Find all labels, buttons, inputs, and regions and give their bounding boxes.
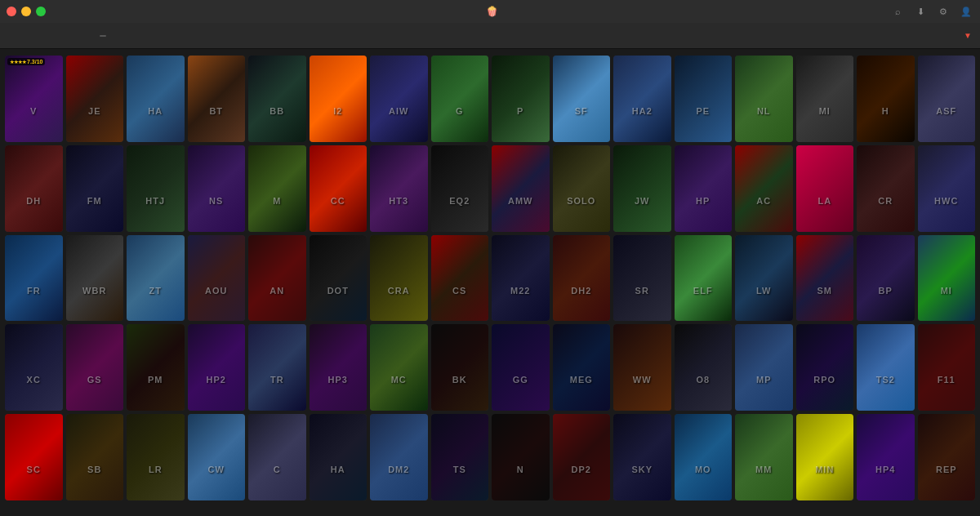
movie-card[interactable]: DOTDen of Thieves2018: [310, 235, 368, 322]
nav-all-badge[interactable]: [100, 35, 106, 37]
movie-card[interactable]: BBBird Box2018: [248, 56, 306, 142]
movie-card[interactable]: O8Ocean's Eight2018: [675, 324, 733, 411]
movie-card[interactable]: CRACrazy Rich Asians2018: [370, 235, 428, 322]
movie-card[interactable]: MPMary Poppins2018: [735, 324, 793, 411]
movie-poster: F11: [918, 324, 976, 411]
movie-card[interactable]: PThe Predator2018: [492, 56, 550, 142]
movie-card[interactable]: GHow the Grinch Stol...2000: [431, 56, 489, 142]
movie-card[interactable]: CWCloudy with a Chan...2013: [188, 414, 246, 500]
movie-card[interactable]: SCThe Santa Clause1994: [5, 414, 63, 500]
movie-card[interactable]: MMowgli: Legend of t...2018: [248, 145, 306, 232]
movie-card[interactable]: MIMission: Impossible...2018: [796, 56, 854, 142]
rating-badge: ★★★★ 7.3/10: [7, 58, 45, 65]
movie-card[interactable]: REPReprisal2018: [918, 414, 976, 500]
nav-series[interactable]: [8, 33, 24, 39]
minimize-button[interactable]: [21, 7, 31, 16]
movie-card[interactable]: NThe Nun2018: [492, 414, 550, 500]
movie-card[interactable]: MEGThe Meg2018: [553, 324, 611, 411]
movie-card[interactable]: DM2Despicable Me 22013: [370, 414, 428, 500]
movies-grid-container[interactable]: V★★★★ 7.3/10Venom2018JEJohnny English St…: [0, 49, 980, 516]
movie-card[interactable]: DH2Die Hard 21990: [553, 235, 611, 322]
movie-card[interactable]: MIMonsters, Inc.2001: [918, 235, 976, 322]
movie-card[interactable]: EQ2The Equalizer 22018: [431, 145, 489, 232]
movie-card[interactable]: HWCThe House with a Cl...2018: [918, 145, 976, 232]
movie-card[interactable]: FRFrozen2013: [5, 235, 63, 322]
movie-card[interactable]: RPOReady Player One2018: [796, 324, 854, 411]
nav-indie[interactable]: [44, 33, 60, 39]
nav-genre[interactable]: [80, 33, 96, 39]
movie-card[interactable]: SFSmallfoot2018: [553, 56, 611, 142]
movie-card[interactable]: HT3Hotel Transylvania 3...2018: [370, 145, 428, 232]
movie-card[interactable]: HA2Home Alone 2: Lost...1992: [613, 56, 671, 142]
movie-card[interactable]: BKBlacKkKlansman2018: [431, 324, 489, 411]
movie-card[interactable]: HP3Harry Potter and th...2009: [310, 324, 368, 411]
movie-card[interactable]: GSThe Greatest Show...2017: [66, 324, 124, 411]
user-icon[interactable]: 👤: [960, 6, 972, 17]
movie-card[interactable]: PEThe Polar Express2004: [675, 56, 733, 142]
movie-card[interactable]: XCA Christmas Carol2009: [5, 324, 63, 411]
movie-card[interactable]: AIWAvengers: Infinity W...2018: [370, 56, 428, 142]
movie-card[interactable]: PMPeppermint2018: [127, 324, 185, 411]
movie-card[interactable]: ASFA Simple Favor2018: [918, 56, 976, 142]
movie-card[interactable]: MCThe Muppet Christ...1992: [370, 324, 428, 411]
movie-poster: SC: [5, 414, 63, 500]
movie-card[interactable]: ZTZootopia2016: [127, 235, 185, 322]
movie-card[interactable]: SRSearching2018: [613, 235, 671, 322]
movie-card[interactable]: NSNight School2018: [188, 145, 246, 232]
movie-card[interactable]: ELFElf2003: [675, 235, 733, 322]
movie-card[interactable]: LRThe Lord of the Rin...2001: [127, 414, 185, 500]
movie-card[interactable]: TSThe Star2017: [431, 414, 489, 500]
movie-card[interactable]: SMSpider-Man: Homec...2017: [796, 235, 854, 322]
movie-card[interactable]: BTBad Times at the El...2018: [188, 56, 246, 142]
movie-card[interactable]: TRThor: Ragnarok2017: [248, 324, 306, 411]
movie-card[interactable]: JWJurassic World: Falle...2018: [613, 145, 671, 232]
movie-card[interactable]: SOLOSolo: A Star Wars St...2018: [553, 145, 611, 232]
movie-card[interactable]: ACArthur Christmas2011: [735, 145, 793, 232]
movie-card[interactable]: I2Incredibles 22018: [310, 56, 368, 142]
movie-card[interactable]: MOMoana2016: [675, 414, 733, 500]
movie-card[interactable]: BPBlack Panther2018: [857, 235, 915, 322]
close-button[interactable]: [7, 7, 16, 16]
movie-card[interactable]: F11Fahrenheit 11/92018: [918, 324, 976, 411]
movie-card[interactable]: M22Mile 222018: [492, 235, 550, 322]
movie-card[interactable]: FMFirst Man2018: [66, 145, 124, 232]
movie-card[interactable]: HAHotel Artemis2018: [310, 414, 368, 500]
movie-card[interactable]: HAHome Alone1990: [127, 56, 185, 142]
movie-card[interactable]: MMMamma Mia! Here...2018: [735, 414, 793, 500]
movie-card[interactable]: DHDie Hard1988: [5, 145, 63, 232]
movie-card[interactable]: HTJThe House That Jac...2018: [127, 145, 185, 232]
movie-card[interactable]: LWLethal Weapon1987: [735, 235, 793, 322]
movie-card[interactable]: TS2Toy Story 21999: [857, 324, 915, 411]
movie-card[interactable]: LALove Actually2003: [796, 145, 854, 232]
movie-card[interactable]: CSA Christmas Story1983: [431, 235, 489, 322]
movie-card[interactable]: WBRWhite Boy Rick2018: [66, 235, 124, 322]
movie-card[interactable]: NLNational Lampoon's...1989: [735, 56, 793, 142]
search-icon[interactable]: ⌕: [892, 6, 903, 17]
nav-favorites[interactable]: [62, 33, 78, 39]
movie-poster: MC: [370, 324, 428, 411]
movie-card[interactable]: SBThe Sisters Brothers2018: [66, 414, 124, 500]
movie-card[interactable]: V★★★★ 7.3/10Venom2018: [5, 56, 63, 142]
movie-card[interactable]: JEJohnny English Strik...2018: [66, 56, 124, 142]
nav-anime[interactable]: [26, 33, 42, 39]
movie-card[interactable]: HP4Harry Potter and th...2010: [857, 414, 915, 500]
maximize-button[interactable]: [36, 7, 46, 16]
download-icon[interactable]: ⬇: [915, 6, 926, 17]
movie-card[interactable]: AMWAnt-Man and the W...2018: [492, 145, 550, 232]
movie-card[interactable]: CCThe Christmas Chro...2018: [310, 145, 368, 232]
movie-card[interactable]: CRChristopher Robin2018: [857, 145, 915, 232]
chevron-down-icon[interactable]: ▼: [964, 31, 972, 40]
movie-card[interactable]: DP2Deadpool 22018: [553, 414, 611, 500]
settings-icon[interactable]: ⚙: [938, 6, 949, 17]
movie-card[interactable]: WWWonder Woman2017: [613, 324, 671, 411]
movie-card[interactable]: ANAssassination Nation2018: [248, 235, 306, 322]
movie-card[interactable]: HPHarry Potter and th...2007: [675, 145, 733, 232]
movie-card[interactable]: CCars2006: [248, 414, 306, 500]
movie-poster: ZT: [127, 235, 185, 322]
movie-card[interactable]: SKYSkyscraper2018: [613, 414, 671, 500]
movie-card[interactable]: HHalloween2018: [857, 56, 915, 142]
movie-card[interactable]: MINMinions2015: [796, 414, 854, 500]
movie-card[interactable]: GGGuardians of the Ga...2017: [492, 324, 550, 411]
movie-card[interactable]: AOUAvengers: Age of Ul...2015: [188, 235, 246, 322]
movie-card[interactable]: HP2Harry Potter and th...2011: [188, 324, 246, 411]
